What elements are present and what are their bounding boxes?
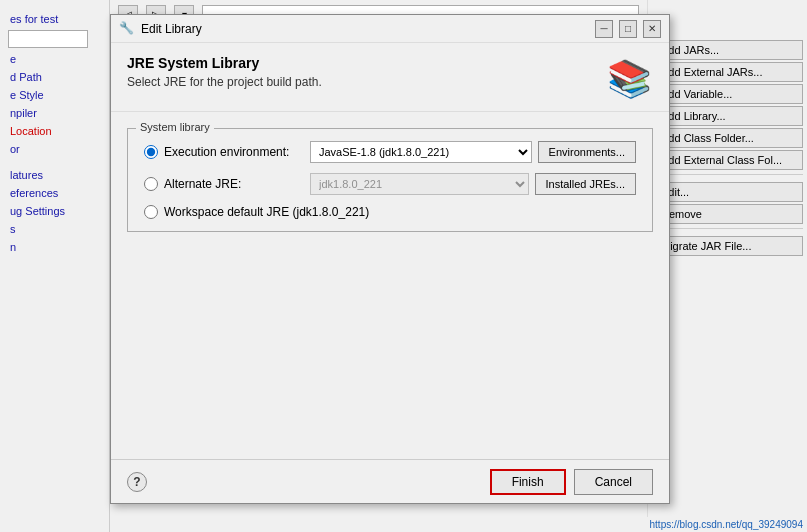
dialog-header: JRE System Library Select JRE for the pr…	[111, 43, 669, 112]
edit-library-dialog: 🔧 Edit Library ─ □ ✕ JRE System Library …	[110, 14, 670, 504]
dialog-overlay: 🔧 Edit Library ─ □ ✕ JRE System Library …	[0, 0, 807, 532]
system-library-group: System library Execution environment: Ja…	[127, 128, 653, 232]
execution-environment-row: Execution environment: JavaSE-1.8 (jdk1.…	[144, 141, 636, 163]
dialog-header-icon: 📚	[605, 55, 653, 103]
books-icon: 📚	[607, 61, 652, 97]
alternate-jre-label: Alternate JRE:	[164, 177, 304, 191]
alternate-jre-select[interactable]: jdk1.8.0_221	[310, 173, 529, 195]
close-button[interactable]: ✕	[643, 20, 661, 38]
alternate-jre-row: Alternate JRE: jdk1.8.0_221 Installed JR…	[144, 173, 636, 195]
minimize-button[interactable]: ─	[595, 20, 613, 38]
environments-button[interactable]: Environments...	[538, 141, 636, 163]
dialog-header-content: JRE System Library Select JRE for the pr…	[127, 55, 322, 89]
help-button[interactable]: ?	[127, 472, 147, 492]
dialog-title-text: Edit Library	[141, 22, 589, 36]
dialog-footer: ? Finish Cancel	[111, 459, 669, 503]
alternate-jre-radio[interactable]	[144, 177, 158, 191]
execution-environment-select[interactable]: JavaSE-1.8 (jdk1.8.0_221)	[310, 141, 532, 163]
dialog-subtitle: Select JRE for the project build path.	[127, 75, 322, 89]
cancel-button[interactable]: Cancel	[574, 469, 653, 495]
dialog-titlebar: 🔧 Edit Library ─ □ ✕	[111, 15, 669, 43]
dialog-title-icon: 🔧	[119, 21, 135, 37]
execution-environment-label: Execution environment:	[164, 145, 304, 159]
execution-environment-radio[interactable]	[144, 145, 158, 159]
dialog-body: System library Execution environment: Ja…	[111, 112, 669, 260]
dialog-main-title: JRE System Library	[127, 55, 322, 71]
installed-jres-button[interactable]: Installed JREs...	[535, 173, 636, 195]
maximize-button[interactable]: □	[619, 20, 637, 38]
workspace-jre-row: Workspace default JRE (jdk1.8.0_221)	[144, 205, 636, 219]
system-library-legend: System library	[136, 121, 214, 133]
finish-button[interactable]: Finish	[490, 469, 566, 495]
workspace-jre-label: Workspace default JRE (jdk1.8.0_221)	[164, 205, 369, 219]
workspace-jre-radio[interactable]	[144, 205, 158, 219]
